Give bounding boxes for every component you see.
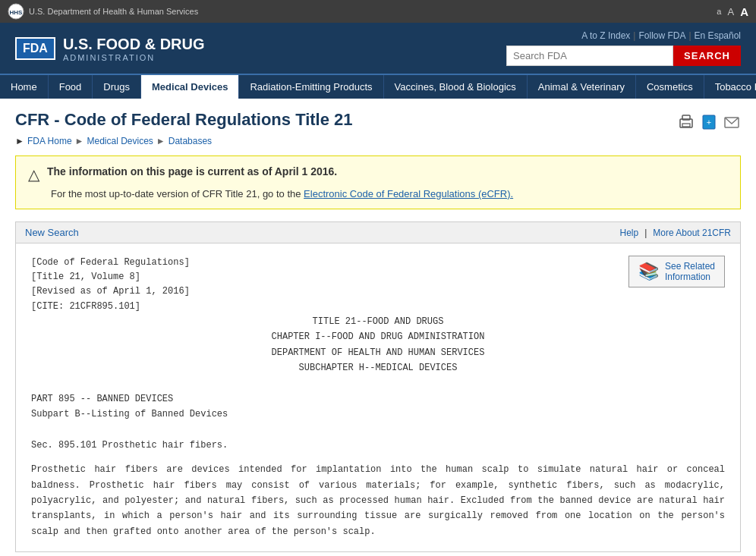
search-input[interactable]: [506, 46, 673, 66]
nav-tobacco[interactable]: Tobacco Products: [704, 75, 756, 99]
cfr-body: 📚 See RelatedInformation [Code of Federa…: [16, 243, 740, 551]
svg-text:HHS: HHS: [10, 9, 24, 16]
espanol-link[interactable]: En Español: [695, 30, 741, 41]
breadcrumb-fda-home[interactable]: FDA Home: [27, 136, 72, 146]
font-large-btn[interactable]: A: [740, 5, 748, 18]
alert-text: The information on this page is current …: [47, 165, 337, 177]
nav-home[interactable]: Home: [0, 75, 49, 99]
title-row: CFR - Code of Federal Regulations Title …: [15, 110, 741, 136]
nav-cosmetics[interactable]: Cosmetics: [636, 75, 704, 99]
search-button[interactable]: SEARCH: [673, 46, 741, 66]
sep1: |: [633, 30, 635, 41]
nav-animal[interactable]: Animal & Veterinary: [528, 75, 636, 99]
font-size-controls: a A A: [717, 5, 748, 18]
agency-name: U.S. FOOD & DRUG ADMINISTRATION: [63, 35, 205, 62]
meta-line-2: [Title 21, Volume 8]: [31, 270, 725, 284]
breadcrumb-databases[interactable]: Databases: [169, 136, 212, 146]
font-small-btn[interactable]: a: [717, 7, 721, 16]
breadcrumb-medical-devices[interactable]: Medical Devices: [87, 136, 153, 146]
related-btn-label: See RelatedInformation: [665, 261, 715, 282]
cfr-paragraph: Prosthetic hair fibers are devices inten…: [31, 462, 725, 539]
site-header: FDA U.S. FOOD & DRUG ADMINISTRATION A to…: [0, 23, 756, 74]
cfr-meta: [Code of Federal Regulations] [Title 21,…: [31, 256, 725, 314]
main-nav: Home Food Drugs Medical Devices Radiatio…: [0, 74, 756, 99]
alert-sub-before: For the most up-to-date version of CFR T…: [51, 188, 304, 199]
font-med-btn[interactable]: A: [727, 6, 734, 17]
a-to-z-link[interactable]: A to Z Index: [581, 30, 630, 41]
cfr-toolbar: New Search Help | More About 21CFR: [16, 222, 740, 243]
cfr-sec-line: Sec. 895.101 Prosthetic hair fibers.: [31, 438, 725, 453]
related-btn-area: 📚 See RelatedInformation: [628, 256, 725, 287]
toolbar-sep: |: [644, 228, 647, 238]
breadcrumb: ► FDA Home ► Medical Devices ► Databases: [15, 136, 741, 146]
svg-text:+: +: [707, 118, 711, 127]
cfr-toolbar-left: New Search: [25, 227, 79, 238]
page-title: CFR - Code of Federal Regulations Title …: [15, 110, 353, 130]
meta-line-1: [Code of Federal Regulations]: [31, 256, 725, 270]
cfr-title-line: TITLE 21--FOOD AND DRUGS: [31, 314, 725, 329]
warning-icon: △: [28, 165, 39, 184]
title-icons: +: [677, 113, 741, 131]
agency-name-sub: ADMINISTRATION: [63, 53, 205, 62]
email-icon[interactable]: [723, 113, 741, 131]
hhs-seal-icon: HHS: [8, 3, 24, 20]
cfr-part-line: PART 895 -- BANNED DEVICES: [31, 391, 725, 407]
cfr-dept-line: DEPARTMENT OF HEALTH AND HUMAN SERVICES: [31, 345, 725, 360]
sep2: |: [688, 30, 691, 41]
agency-name-main: U.S. FOOD & DRUG: [63, 35, 205, 53]
nav-vaccines[interactable]: Vaccines, Blood & Biologics: [384, 75, 528, 99]
print-icon[interactable]: [677, 113, 695, 131]
follow-fda-link[interactable]: Follow FDA: [638, 30, 685, 41]
main-content: CFR - Code of Federal Regulations Title …: [0, 99, 756, 556]
alert-sub: For the most up-to-date version of CFR T…: [28, 188, 728, 199]
cfr-container: New Search Help | More About 21CFR 📚 See…: [15, 221, 741, 552]
gov-agency-area: HHS U.S. Department of Health & Human Se…: [8, 3, 198, 20]
more-about-link[interactable]: More About 21CFR: [653, 228, 731, 238]
search-area: SEARCH: [506, 46, 741, 66]
meta-line-3: [Revised as of April 1, 2016]: [31, 284, 725, 299]
cfr-toolbar-right: Help | More About 21CFR: [619, 228, 731, 238]
new-search-link[interactable]: New Search: [25, 227, 79, 238]
books-icon: 📚: [638, 262, 659, 281]
header-right: A to Z Index | Follow FDA | En Español S…: [506, 30, 741, 66]
nav-medical-devices[interactable]: Medical Devices: [141, 75, 239, 99]
cfr-content: TITLE 21--FOOD AND DRUGS CHAPTER I--FOOD…: [31, 314, 725, 539]
help-link[interactable]: Help: [619, 228, 638, 238]
header-links: A to Z Index | Follow FDA | En Español: [581, 30, 741, 41]
logo-area: FDA U.S. FOOD & DRUG ADMINISTRATION: [15, 35, 205, 62]
bookmark-icon[interactable]: +: [700, 113, 718, 131]
nav-radiation[interactable]: Radiation-Emitting Products: [239, 75, 383, 99]
cfr-subpart-line: Subpart B--Listing of Banned Devices: [31, 407, 725, 422]
ecfr-link[interactable]: Electronic Code of Federal Regulations (…: [304, 188, 513, 199]
breadcrumb-arrow: ►: [15, 136, 24, 146]
cfr-chapter-line: CHAPTER I--FOOD AND DRUG ADMINISTRATION: [31, 329, 725, 344]
gov-agency-name: U.S. Department of Health & Human Servic…: [29, 7, 198, 16]
nav-food[interactable]: Food: [49, 75, 93, 99]
alert-row: △ The information on this page is curren…: [28, 165, 728, 184]
cfr-subchapter-line: SUBCHAPTER H--MEDICAL DEVICES: [31, 360, 725, 375]
fda-logo[interactable]: FDA: [15, 37, 55, 60]
svg-rect-4: [682, 124, 690, 127]
breadcrumb-sep2: ►: [156, 136, 165, 146]
breadcrumb-sep1: ►: [75, 136, 84, 146]
alert-box: △ The information on this page is curren…: [15, 155, 741, 209]
gov-bar: HHS U.S. Department of Health & Human Se…: [0, 0, 756, 23]
nav-drugs[interactable]: Drugs: [93, 75, 141, 99]
related-info-button[interactable]: 📚 See RelatedInformation: [628, 256, 725, 287]
meta-line-4: [CITE: 21CFR895.101]: [31, 300, 725, 314]
